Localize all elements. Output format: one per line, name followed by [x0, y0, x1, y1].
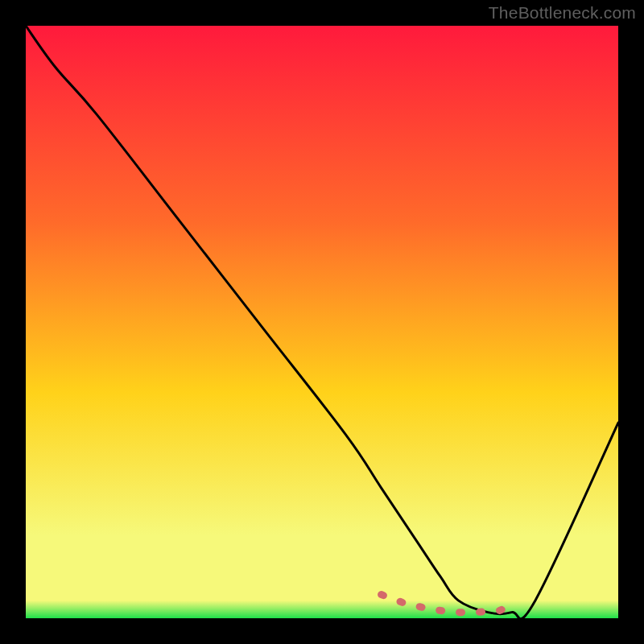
gradient-background — [26, 26, 618, 618]
bottleneck-chart — [26, 26, 618, 618]
watermark-label: TheBottleneck.com — [489, 3, 636, 23]
chart-frame: TheBottleneck.com — [0, 0, 644, 644]
plot-area — [26, 26, 618, 618]
